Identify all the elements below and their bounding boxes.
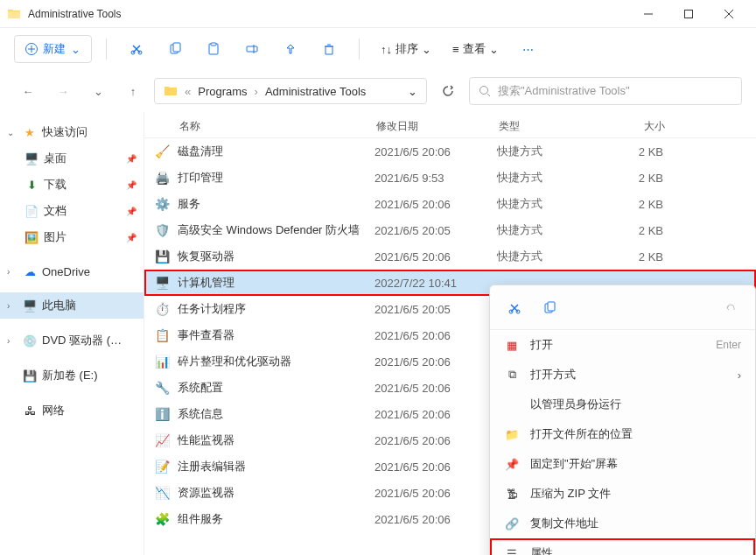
ctx-open-shortcut: Enter xyxy=(716,339,741,351)
file-icon: 💾 xyxy=(153,248,171,265)
file-type: 快捷方式 xyxy=(497,170,611,186)
file-icon: 📉 xyxy=(153,484,171,502)
minimize-button[interactable] xyxy=(628,0,668,28)
pc-icon: 🖥️ xyxy=(23,299,37,313)
file-name: 恢复驱动器 xyxy=(178,249,374,264)
file-row[interactable]: 🛡️高级安全 Windows Defender 防火墙2021/6/5 20:0… xyxy=(144,217,756,243)
delete-button[interactable] xyxy=(313,33,345,65)
sort-button[interactable]: ↑↓ 排序 ⌄ xyxy=(374,36,438,62)
sidebar-volume[interactable]: 💾 新加卷 (E:) xyxy=(0,362,144,389)
col-size[interactable]: 大小 xyxy=(612,119,665,134)
file-icon: 🔧 xyxy=(153,379,171,397)
svg-rect-13 xyxy=(247,46,257,52)
folder-icon xyxy=(7,7,21,21)
file-name: 服务 xyxy=(178,196,374,212)
label: 文档 xyxy=(44,203,66,219)
breadcrumb[interactable]: « Programs › Administrative Tools ⌄ xyxy=(154,78,427,104)
paste-button[interactable] xyxy=(198,33,229,65)
more-button[interactable]: ⋯ xyxy=(513,33,544,65)
recent-dropdown[interactable]: ⌄ xyxy=(84,77,112,105)
ctx-copy-button[interactable] xyxy=(539,298,560,319)
forward-button[interactable]: → xyxy=(49,77,77,105)
ctx-properties[interactable]: ☰ 属性 xyxy=(490,538,755,555)
chevron-right-icon: › xyxy=(255,85,258,98)
col-type[interactable]: 类型 xyxy=(499,119,612,134)
rename-button[interactable] xyxy=(236,33,268,65)
cut-button[interactable] xyxy=(121,33,152,65)
ctx-compress-zip[interactable]: 🗜 压缩为 ZIP 文件 xyxy=(490,479,755,509)
file-icon: 📈 xyxy=(153,432,171,449)
document-icon: 📄 xyxy=(24,204,38,218)
maximize-button[interactable] xyxy=(668,0,709,28)
label: OneDrive xyxy=(42,265,90,278)
file-icon: ⚙️ xyxy=(153,195,171,213)
sidebar-quick-access[interactable]: ⌄ ★ 快速访问 xyxy=(0,119,144,145)
share-button[interactable] xyxy=(275,33,306,65)
sidebar-onedrive[interactable]: › ☁ OneDrive xyxy=(0,259,144,284)
file-type: 快捷方式 xyxy=(497,222,611,238)
chevron-down-icon[interactable]: ⌄ xyxy=(408,85,417,98)
bc-programs[interactable]: Programs xyxy=(198,85,247,98)
context-menu: ▦ 打开 Enter ⧉ 打开方式 › 以管理员身份运行 📁 打开文件所在的位置… xyxy=(489,285,756,555)
ctx-properties-label: 属性 xyxy=(530,545,741,555)
sidebar-downloads[interactable]: ⬇ 下载 📌 xyxy=(0,172,144,198)
copy-button[interactable] xyxy=(159,33,191,65)
ctx-open-location[interactable]: 📁 打开文件所在的位置 xyxy=(490,419,755,449)
ctx-run-as-admin[interactable]: 以管理员身份运行 xyxy=(490,390,755,419)
picture-icon: 🖼️ xyxy=(24,230,38,244)
file-icon: 📝 xyxy=(153,458,171,475)
column-headers: 名称 修改日期 类型 大小 xyxy=(144,112,756,138)
open-with-icon: ⧉ xyxy=(504,368,520,382)
sidebar-dvd[interactable]: › 💿 DVD 驱动器 (D:) CC xyxy=(0,327,144,354)
sidebar-pictures[interactable]: 🖼️ 图片 📌 xyxy=(0,224,144,250)
view-button[interactable]: ≡ 查看 ⌄ xyxy=(445,36,506,62)
bc-sep: « xyxy=(185,85,191,98)
chevron-down-icon: ⌄ xyxy=(489,43,499,56)
back-button[interactable]: ← xyxy=(14,77,42,105)
sidebar-this-pc[interactable]: › 🖥️ 此电脑 xyxy=(0,292,144,319)
label: 桌面 xyxy=(44,151,66,166)
col-date[interactable]: 修改日期 xyxy=(376,119,499,134)
file-name: 性能监视器 xyxy=(178,432,374,448)
refresh-button[interactable] xyxy=(434,77,462,105)
file-size: 2 KB xyxy=(611,224,663,237)
toolbar: 新建 ⌄ ↑↓ 排序 ⌄ ≡ 查看 ⌄ ⋯ xyxy=(0,28,756,70)
file-name: 碎片整理和优化驱动器 xyxy=(178,354,374,369)
bc-admin-tools[interactable]: Administrative Tools xyxy=(265,85,366,98)
file-name: 注册表编辑器 xyxy=(178,459,374,474)
new-button[interactable]: 新建 ⌄ xyxy=(14,35,92,63)
file-name: 高级安全 Windows Defender 防火墙 xyxy=(178,222,374,238)
ctx-pin-start[interactable]: 📌 固定到"开始"屏幕 xyxy=(490,449,755,479)
file-row[interactable]: 🖨️打印管理2021/6/5 9:53快捷方式2 KB xyxy=(144,165,756,191)
col-name[interactable]: 名称 xyxy=(153,119,376,134)
chevron-down-icon: ⌄ xyxy=(71,43,80,56)
up-button[interactable]: ↑ xyxy=(119,77,147,105)
label: 图片 xyxy=(44,229,66,245)
file-row[interactable]: ⚙️服务2021/6/5 20:06快捷方式2 KB xyxy=(144,191,756,217)
sidebar-documents[interactable]: 📄 文档 📌 xyxy=(0,198,144,224)
ctx-pin-start-label: 固定到"开始"屏幕 xyxy=(530,456,741,472)
search-box[interactable]: 搜索"Administrative Tools" xyxy=(469,77,742,105)
chevron-down-icon: ⌄ xyxy=(7,128,18,137)
ctx-copy-path[interactable]: 🔗 复制文件地址 xyxy=(490,509,755,538)
ctx-cut-button[interactable] xyxy=(504,298,525,319)
sidebar-desktop[interactable]: 🖥️ 桌面 📌 xyxy=(0,145,144,172)
folder-icon: 📁 xyxy=(504,428,520,441)
pin-icon: 📌 xyxy=(504,458,520,471)
close-button[interactable] xyxy=(709,0,749,28)
sidebar-network[interactable]: 🖧 网络 xyxy=(0,397,144,424)
ctx-undo-button[interactable] xyxy=(720,298,741,319)
file-date: 2021/6/5 9:53 xyxy=(374,172,497,185)
label: DVD 驱动器 (D:) CC xyxy=(42,333,130,348)
ctx-open[interactable]: ▦ 打开 Enter xyxy=(490,330,755,360)
file-row[interactable]: 💾恢复驱动器2021/6/5 20:06快捷方式2 KB xyxy=(144,243,756,270)
ctx-open-with[interactable]: ⧉ 打开方式 › xyxy=(490,360,755,390)
chevron-right-icon: › xyxy=(738,369,741,382)
file-date: 2021/6/5 20:06 xyxy=(374,382,497,395)
view-icon: ≡ xyxy=(452,43,459,56)
search-placeholder: 搜索"Administrative Tools" xyxy=(498,83,630,99)
ctx-toolbar xyxy=(490,291,755,330)
ctx-open-label: 打开 xyxy=(530,337,705,353)
file-row[interactable]: 🧹磁盘清理2021/6/5 20:06快捷方式2 KB xyxy=(144,138,756,165)
file-icon: 📋 xyxy=(153,327,171,344)
